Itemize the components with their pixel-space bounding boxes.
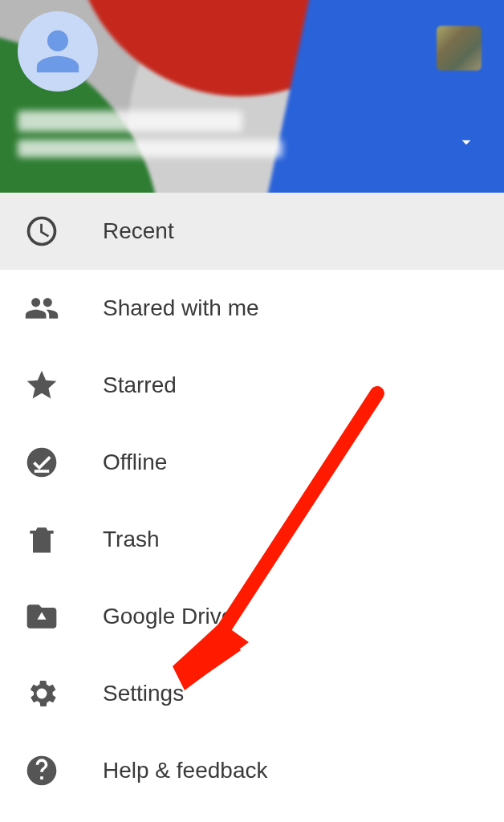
- trash-icon: [21, 519, 63, 560]
- menu-item-google-drive[interactable]: Google Drive: [0, 578, 504, 655]
- chevron-down-icon: [456, 132, 477, 153]
- account-dropdown[interactable]: [456, 132, 477, 156]
- user-email: [18, 140, 282, 157]
- people-icon: [21, 287, 63, 329]
- menu-item-help[interactable]: Help & feedback: [0, 732, 504, 809]
- menu-label: Google Drive: [103, 604, 234, 629]
- clock-icon: [21, 210, 63, 252]
- menu-item-shared[interactable]: Shared with me: [0, 270, 504, 347]
- nav-menu: Recent Shared with me Starred Offline Tr: [0, 193, 504, 809]
- menu-label: Help & feedback: [103, 758, 267, 783]
- nav-drawer: Recent Shared with me Starred Offline Tr: [0, 0, 504, 822]
- user-name: [18, 111, 242, 132]
- menu-label: Recent: [103, 218, 174, 244]
- account-header: [0, 0, 504, 193]
- menu-item-trash[interactable]: Trash: [0, 501, 504, 578]
- offline-icon: [21, 442, 63, 483]
- menu-item-settings[interactable]: Settings: [0, 655, 504, 732]
- help-icon: [21, 750, 63, 791]
- user-avatar[interactable]: [18, 11, 98, 92]
- menu-item-recent[interactable]: Recent: [0, 193, 504, 270]
- menu-item-offline[interactable]: Offline: [0, 424, 504, 501]
- menu-label: Settings: [103, 681, 184, 706]
- menu-label: Shared with me: [103, 295, 259, 321]
- person-icon: [32, 26, 83, 77]
- account-switcher-avatar[interactable]: [437, 26, 482, 71]
- gear-icon: [21, 673, 63, 714]
- menu-item-starred[interactable]: Starred: [0, 347, 504, 424]
- menu-label: Offline: [103, 450, 167, 475]
- star-icon: [21, 364, 63, 406]
- svg-rect-1: [35, 470, 49, 473]
- menu-label: Trash: [103, 527, 160, 552]
- drive-folder-icon: [21, 596, 63, 637]
- menu-label: Starred: [103, 372, 177, 398]
- user-info: [18, 111, 440, 165]
